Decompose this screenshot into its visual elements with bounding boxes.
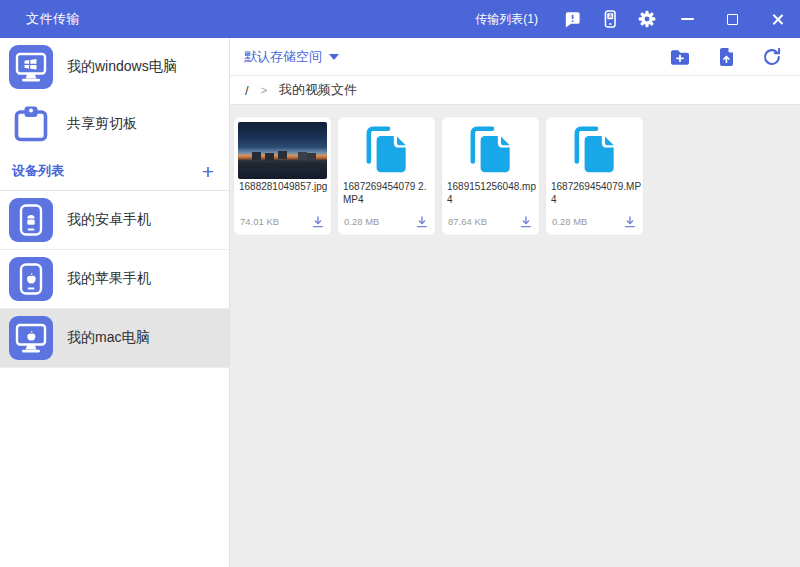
file-copy-icon <box>360 123 414 177</box>
maximize-button[interactable] <box>710 0 755 38</box>
download-button[interactable] <box>518 214 533 229</box>
apple-phone-icon <box>9 257 53 301</box>
file-size: 87.64 KB <box>448 216 487 227</box>
device-item-mac-pc[interactable]: 我的mac电脑 <box>0 309 229 368</box>
upload-file-icon[interactable] <box>715 46 737 68</box>
sidebar-item-label: 共享剪切板 <box>67 115 137 133</box>
titlebar: 文件传输 传输列表(1) A <box>0 0 800 38</box>
download-button[interactable] <box>414 214 429 229</box>
download-button[interactable] <box>622 214 637 229</box>
file-meta-row: 87.64 KB <box>445 214 536 229</box>
minimize-icon <box>681 18 694 20</box>
device-item-android-phone[interactable]: 我的安卓手机 <box>0 191 229 250</box>
titlebar-right: 传输列表(1) A <box>475 0 800 38</box>
chevron-down-icon <box>329 54 339 60</box>
file-icon-area <box>341 121 432 179</box>
clipboard-icon <box>9 102 53 146</box>
device-list-title: 设备列表 <box>12 162 64 180</box>
minimize-button[interactable] <box>665 0 710 38</box>
file-card[interactable]: 1687269454079.MP4 0.28 MB <box>546 117 643 235</box>
file-name: 1689151256048.mp4 <box>447 181 538 206</box>
sidebar: 我的windows电脑 共享剪切板 设备列表 + <box>0 38 230 567</box>
app-title: 文件传输 <box>26 10 80 28</box>
add-device-button[interactable]: + <box>202 161 214 182</box>
file-copy-icon <box>464 123 518 177</box>
breadcrumb-current-folder: 我的视频文件 <box>279 81 357 99</box>
file-grid: 1688281049857.jpg 74.01 KB <box>230 105 800 567</box>
download-icon <box>519 215 533 229</box>
android-phone-icon <box>9 198 53 242</box>
file-size: 0.28 MB <box>552 216 587 227</box>
file-size: 74.01 KB <box>240 216 279 227</box>
device-list-header: 设备列表 + <box>0 152 229 191</box>
file-card[interactable]: 1689151256048.mp4 87.64 KB <box>442 117 539 235</box>
transfer-list-button[interactable]: 传输列表(1) <box>475 11 538 28</box>
content: 我的windows电脑 共享剪切板 设备列表 + <box>0 38 800 567</box>
breadcrumb: / > 我的视频文件 <box>230 76 800 105</box>
storage-selector[interactable]: 默认存储空间 <box>244 48 339 66</box>
sidebar-item-label: 我的windows电脑 <box>67 58 177 76</box>
file-size: 0.28 MB <box>344 216 379 227</box>
sidebar-item-shared-clipboard[interactable]: 共享剪切板 <box>0 95 229 152</box>
file-card[interactable]: 1687269454079 2.MP4 0.28 MB <box>338 117 435 235</box>
refresh-icon[interactable] <box>761 46 783 68</box>
new-folder-icon[interactable] <box>669 46 691 68</box>
file-meta-row: 74.01 KB <box>237 214 328 229</box>
file-meta-row: 0.28 MB <box>549 214 640 229</box>
feedback-icon[interactable] <box>554 0 591 38</box>
main-panel: 默认存储空间 <box>230 38 800 567</box>
mac-pc-icon <box>9 316 53 360</box>
file-meta-row: 0.28 MB <box>341 214 432 229</box>
app-window: 文件传输 传输列表(1) A <box>0 0 800 567</box>
settings-gear-icon[interactable] <box>628 0 665 38</box>
storage-selector-label: 默认存储空间 <box>244 48 322 66</box>
windows-pc-icon <box>9 45 53 89</box>
image-thumbnail <box>238 122 327 179</box>
svg-text:A: A <box>608 14 612 19</box>
file-icon-area <box>549 121 640 179</box>
download-icon <box>623 215 637 229</box>
device-item-label: 我的mac电脑 <box>67 329 149 347</box>
sidebar-item-windows-pc[interactable]: 我的windows电脑 <box>0 38 229 95</box>
download-button[interactable] <box>310 214 325 229</box>
file-icon-area <box>445 121 536 179</box>
toolbar-actions <box>669 46 783 68</box>
file-card[interactable]: 1688281049857.jpg 74.01 KB <box>234 117 331 235</box>
download-icon <box>415 215 429 229</box>
phone-connect-icon[interactable]: A <box>591 0 628 38</box>
toolbar: 默认存储空间 <box>230 38 800 76</box>
device-item-label: 我的苹果手机 <box>67 270 151 288</box>
close-icon <box>771 13 784 26</box>
maximize-icon <box>727 14 738 25</box>
file-name: 1687269454079.MP4 <box>551 181 642 206</box>
file-name: 1688281049857.jpg <box>239 181 330 194</box>
breadcrumb-separator: > <box>261 84 267 96</box>
file-copy-icon <box>568 123 622 177</box>
download-icon <box>311 215 325 229</box>
device-item-label: 我的安卓手机 <box>67 211 151 229</box>
file-name: 1687269454079 2.MP4 <box>343 181 434 206</box>
close-button[interactable] <box>755 0 800 38</box>
breadcrumb-root[interactable]: / <box>245 83 249 98</box>
device-item-apple-phone[interactable]: 我的苹果手机 <box>0 250 229 309</box>
